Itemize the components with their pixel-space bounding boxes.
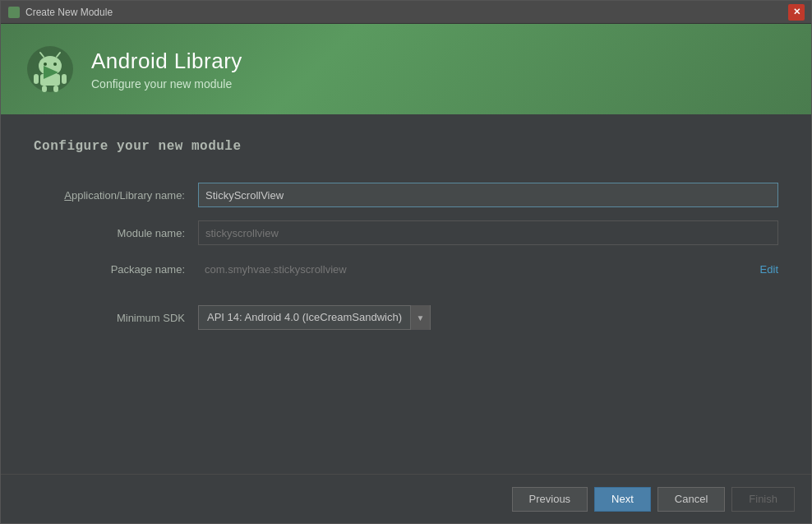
module-name-row: Module name:	[34, 220, 778, 245]
module-name-input[interactable]	[198, 220, 778, 245]
title-bar: Create New Module ✕	[1, 1, 811, 24]
next-button[interactable]: Next	[594, 487, 651, 512]
form-section: Application/Library name: Module name: P…	[34, 183, 778, 449]
svg-rect-10	[42, 86, 47, 92]
content-area: Configure your new module Application/Li…	[1, 114, 811, 474]
svg-rect-11	[53, 86, 58, 92]
svg-rect-0	[8, 7, 20, 18]
edit-package-link[interactable]: Edit	[760, 263, 778, 276]
package-name-value-group: com.smyhvae.stickyscrollview Edit	[198, 258, 778, 281]
previous-button[interactable]: Previous	[512, 487, 588, 512]
svg-point-4	[53, 63, 57, 66]
main-window: Create New Module ✕	[0, 0, 812, 524]
android-logo-icon	[25, 44, 75, 94]
header-title: Android Library	[91, 49, 242, 74]
window-icon	[7, 6, 21, 19]
svg-rect-9	[62, 74, 67, 84]
header-text-group: Android Library Configure your new modul…	[91, 49, 242, 90]
header-banner: Android Library Configure your new modul…	[1, 24, 811, 114]
module-name-label: Module name:	[34, 227, 198, 239]
package-name-label: Package name:	[34, 263, 198, 276]
header-subtitle: Configure your new module	[91, 77, 242, 90]
sdk-dropdown-text: API 14: Android 4.0 (IceCreamSandwich)	[199, 305, 410, 330]
package-name-value: com.smyhvae.stickyscrollview	[198, 258, 760, 281]
content-section-title: Configure your new module	[34, 139, 778, 154]
package-name-row: Package name: com.smyhvae.stickyscrollvi…	[34, 258, 778, 281]
close-button[interactable]: ✕	[788, 4, 805, 21]
finish-button[interactable]: Finish	[731, 487, 795, 512]
footer: Previous Next Cancel Finish	[1, 474, 811, 523]
svg-rect-8	[34, 74, 39, 84]
svg-point-3	[44, 63, 47, 66]
app-library-name-input[interactable]	[198, 183, 778, 207]
app-library-name-row: Application/Library name:	[34, 183, 778, 207]
app-library-name-label: Application/Library name:	[34, 189, 198, 202]
minimum-sdk-dropdown[interactable]: API 14: Android 4.0 (IceCreamSandwich) ▼	[198, 305, 431, 330]
minimum-sdk-row: Minimum SDK API 14: Android 4.0 (IceCrea…	[34, 305, 778, 330]
title-bar-text: Create New Module	[25, 7, 788, 18]
sdk-dropdown-arrow-icon: ▼	[410, 305, 430, 330]
minimum-sdk-label: Minimum SDK	[34, 312, 198, 324]
cancel-button[interactable]: Cancel	[657, 487, 725, 512]
